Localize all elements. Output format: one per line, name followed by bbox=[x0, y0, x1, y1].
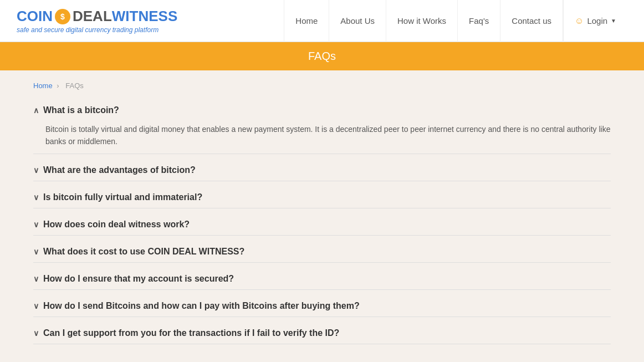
faqs-banner: FAQs bbox=[0, 42, 644, 70]
faq-question[interactable]: ∨What does it cost to use COIN DEAL WITN… bbox=[33, 241, 611, 262]
faq-question-text: How does coin deal witness work? bbox=[43, 220, 190, 230]
faq-chevron-icon: ∨ bbox=[33, 329, 39, 338]
faq-chevron-icon: ∨ bbox=[33, 302, 39, 310]
faq-item: ∨Is bitcoin fully virtual and immaterial… bbox=[33, 187, 611, 208]
login-label: Login bbox=[587, 16, 607, 26]
faqs-banner-title: FAQs bbox=[308, 50, 336, 62]
faq-divider bbox=[33, 344, 611, 344]
faq-divider bbox=[33, 235, 611, 236]
main-nav: Home About Us How it Works Faq's Contact… bbox=[284, 0, 627, 42]
faq-chevron-icon: ∧ bbox=[33, 106, 39, 115]
faq-list: ∧What is a bitcoin?Bitcoin is totally vi… bbox=[33, 100, 611, 344]
faq-question-text: Can I get support from you for the trans… bbox=[43, 328, 339, 338]
breadcrumb-home[interactable]: Home bbox=[33, 81, 53, 90]
nav-about[interactable]: About Us bbox=[329, 0, 386, 42]
logo-coin-text: COIN bbox=[17, 8, 53, 25]
login-button[interactable]: ☺ Login ▼ bbox=[563, 0, 627, 42]
faq-question-text: How do I ensure that my account is secur… bbox=[43, 274, 234, 284]
faq-divider bbox=[33, 208, 611, 208]
faq-chevron-icon: ∨ bbox=[33, 247, 39, 256]
faq-question[interactable]: ∨How does coin deal witness work? bbox=[33, 214, 611, 235]
logo-tagline: safe and secure digital currency trading… bbox=[17, 26, 177, 34]
breadcrumb-separator: › bbox=[57, 81, 61, 90]
faq-item: ∨How do I send Bitcoins and how can I pa… bbox=[33, 295, 611, 317]
nav-faqs[interactable]: Faq's bbox=[458, 0, 500, 42]
faq-divider bbox=[33, 289, 611, 290]
faq-item: ∨What does it cost to use COIN DEAL WITN… bbox=[33, 241, 611, 263]
faq-divider bbox=[33, 317, 611, 317]
faq-question-text: How do I send Bitcoins and how can I pay… bbox=[43, 301, 360, 311]
coin-icon: $ bbox=[55, 9, 70, 24]
nav-contact[interactable]: Contact us bbox=[500, 0, 563, 42]
faq-item: ∨How do I ensure that my account is secu… bbox=[33, 268, 611, 290]
faq-question[interactable]: ∨Is bitcoin fully virtual and immaterial… bbox=[33, 187, 611, 208]
faq-divider bbox=[33, 154, 611, 154]
logo: COIN $ DEAL WITNESS bbox=[17, 8, 177, 25]
faq-item: ∧What is a bitcoin?Bitcoin is totally vi… bbox=[33, 100, 611, 154]
faq-answer: Bitcoin is totally virtual and digital m… bbox=[33, 121, 611, 154]
faq-chevron-icon: ∨ bbox=[33, 220, 39, 229]
faq-question[interactable]: ∨How do I ensure that my account is secu… bbox=[33, 268, 611, 289]
faq-chevron-icon: ∨ bbox=[33, 193, 39, 202]
faq-question[interactable]: ∧What is a bitcoin? bbox=[33, 100, 611, 121]
breadcrumb: Home › FAQs bbox=[33, 81, 611, 90]
logo-deal-text: DEAL bbox=[73, 8, 112, 25]
faq-item: ∨Can I get support from you for the tran… bbox=[33, 323, 611, 344]
header: COIN $ DEAL WITNESS safe and secure digi… bbox=[0, 0, 644, 42]
faq-question[interactable]: ∨How do I send Bitcoins and how can I pa… bbox=[33, 295, 611, 317]
faq-chevron-icon: ∨ bbox=[33, 274, 39, 283]
faq-item: ∨What are the advantages of bitcion? bbox=[33, 160, 611, 181]
login-dropdown-icon: ▼ bbox=[611, 18, 616, 24]
faq-question-text: What does it cost to use COIN DEAL WITNE… bbox=[43, 247, 244, 257]
faq-question-text: Is bitcoin fully virtual and immaterial? bbox=[43, 192, 202, 202]
logo-witness-text: WITNESS bbox=[112, 8, 177, 25]
faq-divider bbox=[33, 181, 611, 181]
breadcrumb-current: FAQs bbox=[65, 81, 84, 90]
faq-question-text: What are the advantages of bitcion? bbox=[43, 165, 196, 175]
nav-how-it-works[interactable]: How it Works bbox=[386, 0, 458, 42]
nav-home[interactable]: Home bbox=[284, 0, 329, 42]
faq-question[interactable]: ∨What are the advantages of bitcion? bbox=[33, 160, 611, 181]
faq-question-text: What is a bitcoin? bbox=[43, 105, 119, 115]
faq-item: ∨How does coin deal witness work? bbox=[33, 214, 611, 236]
user-icon: ☺ bbox=[575, 16, 584, 26]
faq-divider bbox=[33, 262, 611, 263]
faq-chevron-icon: ∨ bbox=[33, 166, 39, 175]
faq-question[interactable]: ∨Can I get support from you for the tran… bbox=[33, 323, 611, 344]
logo-area: COIN $ DEAL WITNESS safe and secure digi… bbox=[17, 8, 177, 34]
main-content: Home › FAQs ∧What is a bitcoin?Bitcoin i… bbox=[0, 70, 644, 362]
